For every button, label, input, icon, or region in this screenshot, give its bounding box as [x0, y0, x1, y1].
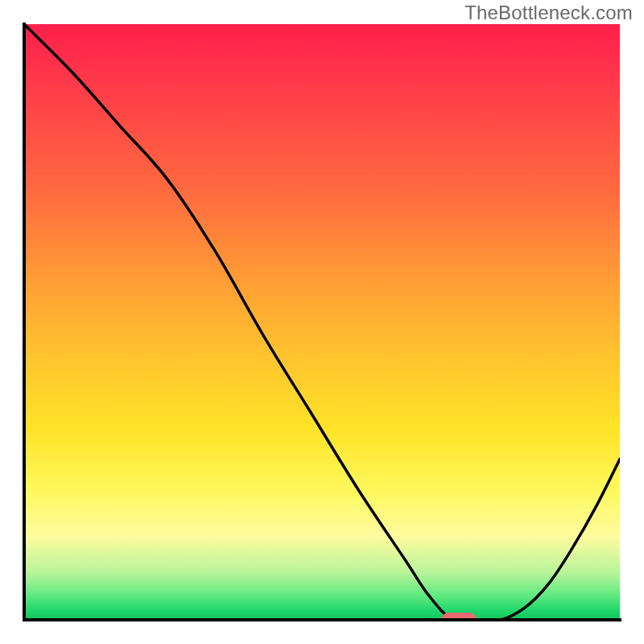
chart-root: TheBottleneck.com: [0, 0, 644, 644]
bottleneck-curve: [24, 24, 620, 620]
y-axis: [23, 23, 26, 621]
attribution-watermark: TheBottleneck.com: [464, 2, 633, 24]
plot-area: [24, 24, 620, 620]
x-axis: [23, 618, 621, 621]
